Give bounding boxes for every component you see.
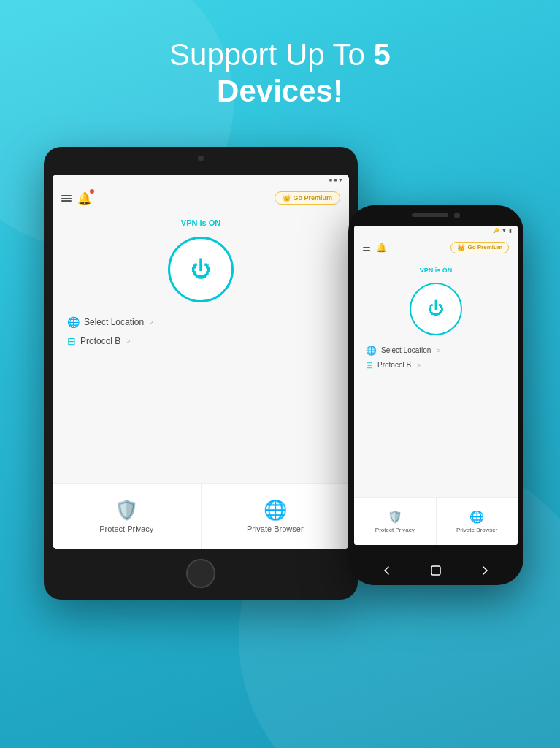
hero-section: Support Up To 5 Devices! [0,0,560,132]
phone-vpn-status: VPN is ON [420,267,453,274]
tablet-hamburger-icon[interactable] [61,195,72,202]
phone-shield-icon: 🛡️ [388,510,402,524]
phone-bottom-cards: 🛡️ Protect Privacy 🌐 Private Browser [354,497,518,545]
phone-private-browser-card[interactable]: 🌐 Private Browser [437,498,518,545]
phone-power-button[interactable]: ⏻ [407,280,465,338]
hero-title-line1: Support Up To [169,37,373,72]
tablet-vpn-content: VPN is ON ⏻ [53,211,349,306]
phone-menu-items: 🌐 Select Location > ⊟ Protocol B > [354,338,518,378]
phone-vpn-content: VPN is ON ⏻ [354,259,518,338]
phone-status-bar: 🔑 ▼ ▮ [354,226,518,236]
tablet-home-button[interactable] [186,559,215,588]
tablet-private-browser-label: Private Browser [247,524,304,533]
tablet-power-button[interactable]: ⏻ [164,233,237,306]
tablet-menu-items: 🌐 Select Location > ⊟ Protocol B > [53,306,349,357]
hero-title-line2: Devices! [217,74,343,108]
tablet-protocol-label: Protocol B [80,336,120,346]
phone-battery-icon: ▮ [509,228,512,234]
phone-location-label: Select Location [381,346,431,354]
phone-power-icon: ⏻ [428,299,444,318]
phone-premium-button[interactable]: 👑 Go Premium [450,242,509,253]
tablet-protocol[interactable]: ⊟ Protocol B > [67,335,334,347]
phone-protocol[interactable]: ⊟ Protocol B > [366,360,506,370]
phone-select-location[interactable]: 🌐 Select Location > [366,346,506,356]
tablet-screen: ■ ■ ▼ 🔔 👑 Go Premium [53,175,349,549]
tablet-globe-icon: 🌐 [67,316,80,328]
tablet-shield-icon: 🛡️ [115,499,138,522]
phone-protect-privacy-label: Protect Privacy [375,527,415,533]
tablet-camera [198,156,204,161]
tablet-vpn-status: VPN is ON [181,218,220,227]
phone-power-ring: ⏻ [410,283,462,335]
tablet-premium-label: Go Premium [293,194,332,202]
phone-screen: 🔑 ▼ ▮ 🔔 👑 Go Premium [354,226,518,545]
phone-protocol-arrow: > [417,362,421,369]
tablet-browser-icon: 🌐 [264,499,287,522]
phone-globe-icon: 🌐 [366,346,377,356]
tablet-status-icons: ■ ■ ▼ [329,178,343,183]
tablet-protocol-arrow: > [126,337,130,345]
phone-nav-home[interactable] [429,563,443,578]
tablet-premium-button[interactable]: 👑 Go Premium [275,191,340,205]
phone-protocol-icon: ⊟ [366,360,373,370]
phone-browser-icon: 🌐 [469,510,484,524]
tablet-status-bar: ■ ■ ▼ [53,175,349,186]
phone-device: 🔑 ▼ ▮ 🔔 👑 Go Premium [348,205,523,585]
phone-crown-icon: 👑 [457,244,465,251]
tablet-device: ■ ■ ▼ 🔔 👑 Go Premium [44,147,358,600]
devices-container: ■ ■ ▼ 🔔 👑 Go Premium [0,132,560,629]
tablet-location-label: Select Location [84,317,144,327]
tablet-select-location[interactable]: 🌐 Select Location > [67,316,334,328]
phone-location-arrow: > [437,347,440,354]
phone-private-browser-label: Private Browser [456,527,497,533]
phone-nav-back[interactable] [380,563,394,578]
phone-hamburger-icon[interactable] [363,245,370,251]
tablet-bottom-cards: 🛡️ Protect Privacy 🌐 Private Browser [53,483,349,549]
tablet-protocol-icon: ⊟ [67,335,76,347]
tablet-header-left: 🔔 [61,191,92,205]
phone-camera [454,213,460,218]
tablet-bell-badge [90,189,94,194]
tablet-app-header: 🔔 👑 Go Premium [53,186,349,211]
tablet-protect-privacy-label: Protect Privacy [99,524,153,533]
tablet-crown-icon: 👑 [283,194,291,202]
tablet-private-browser-card[interactable]: 🌐 Private Browser [202,484,350,549]
phone-key-icon: 🔑 [493,228,499,234]
tablet-power-icon: ⏻ [191,257,211,281]
svg-rect-0 [431,566,440,575]
phone-header-left: 🔔 [363,243,387,253]
phone-protect-privacy-card[interactable]: 🛡️ Protect Privacy [354,498,437,545]
phone-wifi-icon: ▼ [502,228,507,233]
phone-speaker [412,213,448,217]
tablet-protect-privacy-card[interactable]: 🛡️ Protect Privacy [53,484,202,549]
phone-protocol-label: Protocol B [377,361,411,369]
tablet-power-ring: ⏻ [168,237,234,302]
phone-premium-label: Go Premium [467,244,502,251]
phone-nav-bar [348,563,523,578]
phone-nav-recents[interactable] [477,563,492,578]
hero-title: Support Up To 5 Devices! [0,37,560,110]
phone-bell-icon[interactable]: 🔔 [376,243,387,253]
hero-title-number: 5 [374,37,391,72]
tablet-location-arrow: > [150,318,153,326]
phone-notch [348,205,523,226]
tablet-bell-icon[interactable]: 🔔 [77,191,92,205]
phone-app-header: 🔔 👑 Go Premium [354,236,518,259]
